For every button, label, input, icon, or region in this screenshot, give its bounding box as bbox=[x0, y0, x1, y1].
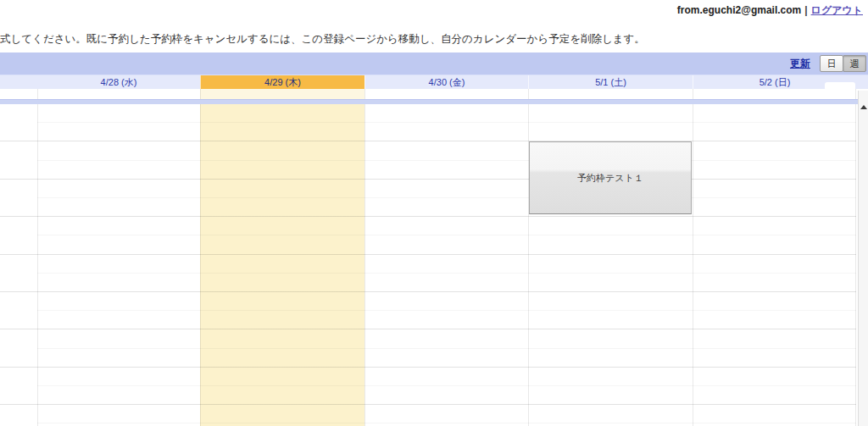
toolbar: 更新 日 週 bbox=[0, 53, 868, 75]
day-header-0501: 5/1 (土) bbox=[528, 75, 693, 89]
event-title: 予約枠テスト１ bbox=[577, 172, 643, 185]
hour-gridlines bbox=[0, 104, 856, 426]
appointment-slot-event[interactable]: 予約枠テスト１ bbox=[529, 141, 692, 214]
column-divider-right bbox=[855, 89, 856, 426]
view-toggle-group: 日 週 bbox=[820, 55, 866, 72]
day-header-0428: 4/28 (水) bbox=[37, 75, 200, 89]
logout-link[interactable]: ログアウト bbox=[811, 4, 863, 16]
day-header-0429: 4/29 (木) bbox=[200, 75, 364, 89]
column-divider-1 bbox=[200, 89, 201, 426]
week-view-button[interactable]: 週 bbox=[843, 55, 866, 72]
day-view-button[interactable]: 日 bbox=[820, 55, 843, 72]
scroll-up-icon bbox=[860, 105, 867, 109]
refresh-link[interactable]: 更新 bbox=[790, 57, 810, 71]
calendar-grid[interactable]: 予約枠テスト１ bbox=[0, 89, 858, 426]
column-divider-4 bbox=[693, 89, 693, 426]
account-email: from.eguchi2@gmail.com bbox=[677, 4, 801, 16]
vertical-scrollbar[interactable] bbox=[858, 91, 868, 426]
column-divider-gutter bbox=[37, 89, 38, 426]
column-divider-2 bbox=[364, 89, 365, 426]
account-separator: | bbox=[804, 4, 807, 16]
header-corner-box bbox=[825, 82, 855, 91]
instruction-text: 式してください。既に予約した予約枠をキャンセルするには、この登録ページから移動し… bbox=[0, 32, 851, 47]
day-header-row: 4/28 (水) 4/29 (木) 4/30 (金) 5/1 (土) 5/2 (… bbox=[0, 75, 868, 89]
day-header-0430: 4/30 (金) bbox=[364, 75, 528, 89]
account-bar: from.eguchi2@gmail.com|ログアウト bbox=[677, 3, 863, 18]
highlighted-column-allday bbox=[200, 89, 364, 99]
scroll-up-button[interactable] bbox=[859, 101, 868, 113]
column-divider-3 bbox=[528, 89, 529, 426]
allday-band bbox=[0, 99, 858, 104]
